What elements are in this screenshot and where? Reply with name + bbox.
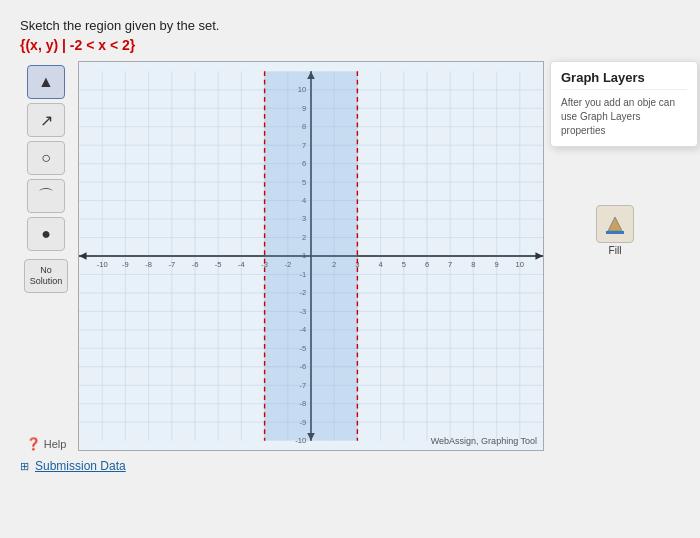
- svg-text:8: 8: [471, 260, 475, 269]
- submission-link[interactable]: Submission Data: [35, 459, 126, 473]
- fill-icon: [596, 205, 634, 243]
- expand-icon[interactable]: ⊞: [20, 460, 29, 473]
- pointer-tool[interactable]: ▲: [27, 65, 65, 99]
- watermark: WebAssign, Graphing Tool: [431, 436, 537, 446]
- fill-button[interactable]: Fill: [550, 205, 680, 256]
- svg-text:-9: -9: [122, 260, 129, 269]
- svg-text:9: 9: [494, 260, 498, 269]
- help-button[interactable]: ❓ Help: [26, 437, 67, 451]
- svg-rect-86: [606, 231, 624, 234]
- resize-tool[interactable]: ↗: [27, 103, 65, 137]
- svg-text:10: 10: [516, 260, 524, 269]
- svg-text:5: 5: [402, 260, 406, 269]
- graph-layers-description: After you add an obje can use Graph Laye…: [561, 96, 687, 138]
- point-tool[interactable]: ●: [27, 217, 65, 251]
- problem-text: Sketch the region given by the set.: [20, 18, 680, 33]
- graph-area[interactable]: 10 9 8 7 6 5 4 3 2 1 -1 -2 -3 -4 -5 -6 -: [78, 61, 544, 451]
- page-container: Sketch the region given by the set. {(x,…: [0, 0, 700, 538]
- submission-row: ⊞ Submission Data: [20, 459, 680, 473]
- set-notation: {(x, y) | -2 < x < 2}: [20, 37, 680, 53]
- fill-label: Fill: [609, 245, 622, 256]
- help-icon: ❓: [26, 437, 41, 451]
- svg-text:-4: -4: [238, 260, 245, 269]
- svg-text:6: 6: [425, 260, 429, 269]
- toolbar: ▲ ↗ ○ ⌒ ● No Solution ❓ Help: [20, 61, 72, 451]
- graph-layers-panel: Graph Layers After you add an obje can u…: [550, 61, 698, 147]
- curve-tool[interactable]: ⌒: [27, 179, 65, 213]
- svg-text:7: 7: [448, 260, 452, 269]
- svg-text:-6: -6: [192, 260, 199, 269]
- graph-svg: 10 9 8 7 6 5 4 3 2 1 -1 -2 -3 -4 -5 -6 -: [79, 62, 543, 450]
- svg-text:-5: -5: [215, 260, 222, 269]
- no-solution-button[interactable]: No Solution: [24, 259, 68, 293]
- circle-tool[interactable]: ○: [27, 141, 65, 175]
- svg-text:4: 4: [378, 260, 382, 269]
- svg-rect-83: [265, 71, 358, 440]
- right-panel: ⊞ ○ Fill Graph Layers After you add an o…: [550, 61, 680, 451]
- graph-layers-title: Graph Layers: [561, 70, 687, 90]
- svg-text:-8: -8: [145, 260, 152, 269]
- main-area: ▲ ↗ ○ ⌒ ● No Solution ❓ Help: [20, 61, 680, 451]
- svg-text:-10: -10: [97, 260, 108, 269]
- svg-text:-7: -7: [168, 260, 175, 269]
